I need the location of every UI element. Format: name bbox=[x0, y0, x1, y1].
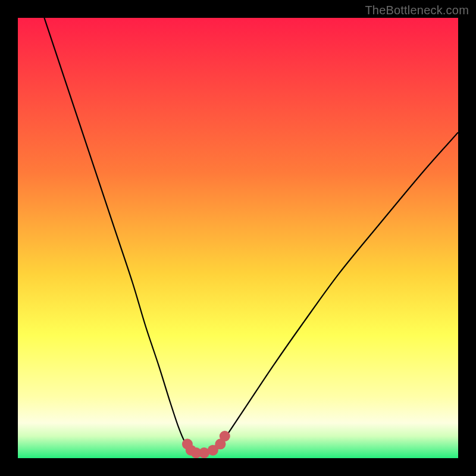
plot-area bbox=[18, 18, 458, 458]
chart-frame: TheBottleneck.com bbox=[0, 0, 476, 476]
watermark-text: TheBottleneck.com bbox=[365, 4, 469, 17]
gradient-background bbox=[18, 18, 458, 458]
chart-svg bbox=[18, 18, 458, 458]
optimal-marker-dot bbox=[220, 431, 230, 441]
